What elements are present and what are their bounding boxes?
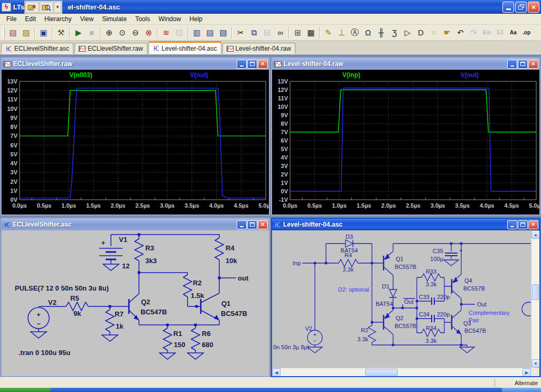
wire-button[interactable]: ✎ (322, 26, 335, 39)
zoom-out-button[interactable]: ⊖ (129, 26, 142, 39)
menu-hierarchy[interactable]: Hierarchy (40, 14, 76, 24)
scroll-down-button[interactable]: ▼ (531, 359, 539, 368)
capacitor-button[interactable]: ╫ (375, 26, 388, 39)
cut-button[interactable]: ✂ (234, 26, 247, 39)
schematic-canvas-ecllevelshifter[interactable]: V1+12R33k3R410koutR21.5kQ2BC547BQ1BC547B… (2, 230, 269, 376)
waveform-icon (227, 45, 234, 52)
save-button[interactable]: ▣ (37, 26, 50, 39)
float-button-schematic[interactable] (25, 2, 39, 13)
maximize-button[interactable] (518, 220, 528, 229)
run-button[interactable]: ▶ (72, 26, 85, 39)
app-minimize-button[interactable] (502, 2, 514, 13)
minimize-button[interactable] (237, 60, 247, 69)
window-titlebar[interactable]: ECLlevelShifter.raw × (2, 58, 269, 70)
menu-file[interactable]: File (2, 14, 21, 24)
open-button[interactable]: ▨ (20, 26, 33, 39)
schematic-icon (153, 45, 160, 52)
vertical-scroll-thumb[interactable] (532, 284, 539, 300)
scroll-left-button[interactable]: ◀ (272, 368, 281, 376)
float-toolbar-dropdown[interactable]: ▼ (54, 2, 61, 13)
app-close-button[interactable]: × (528, 2, 539, 13)
close-button[interactable]: × (528, 60, 538, 69)
minimize-button[interactable] (237, 220, 247, 229)
diode-button[interactable]: ▷ (401, 26, 414, 39)
undo-button[interactable]: ↶ (454, 26, 467, 39)
waveform-icon (274, 61, 282, 68)
taskbar-start-button[interactable] (0, 388, 51, 392)
float-button-zoom[interactable] (40, 2, 53, 13)
scroll-right-button[interactable]: ▶ (523, 368, 531, 376)
close-button[interactable]: × (258, 60, 268, 69)
halt-button: ■ (85, 26, 98, 39)
svg-text:10V: 10V (277, 104, 288, 110)
close-button[interactable]: × (258, 220, 268, 229)
titlebar[interactable]: ϟ LTsp ▼ el-shifter-04.asc × (0, 0, 541, 14)
menu-edit[interactable]: Edit (21, 14, 40, 24)
window-titlebar[interactable]: Level-shifter-04.asc × (272, 219, 539, 230)
mirror-button: Em (480, 26, 493, 39)
print-button[interactable]: ▦ (304, 26, 318, 39)
new-schematic-button[interactable]: ▤ (6, 26, 20, 39)
schematic-label: 10k (226, 257, 237, 265)
drag-button[interactable]: ☛ (441, 26, 454, 39)
tab-level-shifter-04-asc[interactable]: Level-shifter-04.asc (148, 41, 221, 54)
tab-level-shifter-04-raw[interactable]: Level-shifter-04.raw (222, 43, 295, 54)
tile-vertically-button[interactable]: ▥ (190, 26, 203, 39)
resize-grip[interactable] (531, 368, 539, 376)
find-button[interactable]: ∞ (274, 26, 287, 39)
svg-text:4.5µs: 4.5µs (234, 202, 249, 209)
move-button[interactable]: ☜ (427, 26, 441, 39)
menu-window[interactable]: Window (154, 14, 185, 24)
minimize-button[interactable] (507, 60, 517, 69)
net-label-button[interactable]: Ⓐ (348, 26, 361, 39)
window-titlebar[interactable]: ECLlevelShifter.asc × (2, 219, 269, 230)
spice-directive-button[interactable]: .op (520, 26, 533, 39)
waveform-plot-canvas[interactable]: 0V1V2V3V4V5V6V7V8V9V10V11V12V13V0.0µs0.5… (2, 70, 269, 214)
zoom-full-extents-button[interactable]: ⊙ (116, 26, 129, 39)
schematic-label: D3 (346, 234, 353, 240)
schematic-label: 3.3k (426, 338, 437, 344)
toolbar-separator (52, 27, 53, 39)
waveform-plot-canvas[interactable]: -1V0V1V2V3V4V5V6V7V8V9V10V11V12V13V0.0µs… (272, 70, 539, 214)
schematic-label: BC557B (395, 264, 416, 270)
minimize-button[interactable] (507, 220, 517, 229)
maximize-button[interactable] (247, 60, 257, 69)
plot-settings-button[interactable]: ≋ (160, 26, 173, 39)
tile-horizontally-button[interactable]: ▤ (203, 26, 217, 39)
vertical-scrollbar[interactable]: ▲ ▼ (531, 230, 539, 368)
maximize-button[interactable] (247, 220, 257, 229)
menu-simulate[interactable]: Simulate (98, 14, 131, 24)
close-button[interactable]: × (528, 220, 538, 229)
menu-help[interactable]: Help (185, 14, 207, 24)
menu-view[interactable]: View (76, 14, 98, 24)
horizontal-scroll-thumb[interactable] (365, 369, 398, 376)
schematic-label: 1.5k (191, 292, 204, 300)
floating-toolbar: ▼ (24, 1, 62, 14)
tab-ecllevelshifter-asc[interactable]: ECLlevelShifter.asc (1, 43, 73, 54)
zoom-in-button[interactable]: ⊕ (102, 26, 116, 39)
menu-tools[interactable]: Tools (131, 14, 154, 24)
control-panel-button[interactable]: ⚒ (54, 26, 68, 39)
schematic-canvas-level-shifter[interactable]: InpD3BAT54R43.3kQ1BC557BC35100µ+D2: opti… (272, 230, 531, 368)
text-button[interactable]: Aa (507, 26, 520, 39)
inductor-button[interactable]: Ʒ (388, 26, 401, 39)
horizontal-scrollbar[interactable]: ◀ ▶ (272, 368, 531, 376)
tab-ecllevelshifter-raw[interactable]: ECLlevelShifter.raw (74, 43, 147, 54)
window-titlebar[interactable]: Level-shifter-04.raw × (272, 58, 539, 70)
cascade-windows-button[interactable]: ▧ (217, 26, 230, 39)
ground-button[interactable]: ⊥ (335, 26, 348, 39)
component-button[interactable]: D (414, 26, 427, 39)
schematic-label: 220p (437, 294, 450, 300)
svg-text:12V: 12V (277, 87, 288, 93)
schematic-label: BC557B (463, 285, 485, 292)
maximize-button[interactable] (518, 60, 528, 69)
print-preview-button[interactable]: ⊞ (291, 26, 304, 39)
app-restore-button[interactable] (515, 2, 527, 13)
toolbar-drag-handle[interactable] (3, 27, 5, 39)
schematic-label: Q3 (463, 320, 471, 326)
copy-button[interactable]: ⧉ (247, 26, 260, 39)
svg-text:1.5µs: 1.5µs (86, 202, 101, 209)
undo-zoom-button[interactable]: ⊗ (142, 26, 155, 39)
scroll-up-button[interactable]: ▲ (531, 230, 539, 239)
resistor-button[interactable]: Ω (361, 26, 375, 39)
